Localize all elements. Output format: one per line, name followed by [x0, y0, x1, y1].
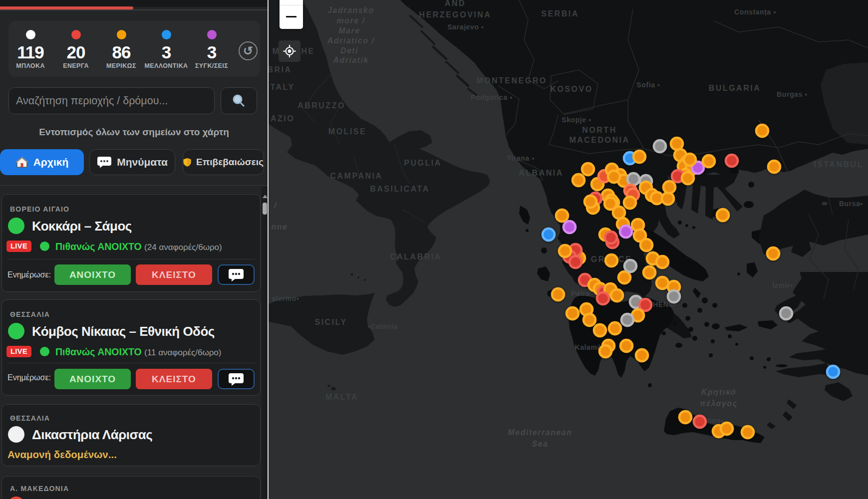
svg-text:nne: nne	[272, 223, 288, 231]
svg-text:Tirana ▪: Tirana ▪	[507, 154, 534, 162]
svg-text:ISTANBUL: ISTANBUL	[814, 160, 864, 169]
svg-text:BULGARIA: BULGARIA	[709, 84, 761, 92]
svg-text:PUGLIA: PUGLIA	[404, 159, 441, 167]
svg-text:ALBANIA: ALBANIA	[519, 169, 564, 177]
svg-text:NORTH: NORTH	[582, 126, 616, 134]
svg-text:MACEDONIA: MACEDONIA	[569, 136, 629, 144]
svg-text:MOLISE: MOLISE	[328, 127, 366, 136]
svg-text:Constanța ▪: Constanța ▪	[734, 8, 776, 16]
svg-text:CALABRIA: CALABRIA	[390, 252, 442, 261]
svg-text:Bursa▪: Bursa▪	[839, 200, 863, 208]
svg-text:Adriatico /: Adriatico /	[327, 36, 375, 45]
svg-text:KOSOVO: KOSOVO	[550, 85, 592, 93]
svg-text:BASILICATA: BASILICATA	[370, 185, 430, 193]
svg-text:AND: AND	[445, 0, 466, 7]
svg-text:Sarajevo ▪: Sarajevo ▪	[447, 23, 484, 31]
svg-text:HERZEGOVINA: HERZEGOVINA	[419, 10, 492, 19]
svg-text:Burgas ▪: Burgas ▪	[777, 90, 808, 98]
svg-text:Deti: Deti	[340, 46, 358, 55]
svg-text:MALTA: MALTA	[325, 393, 358, 401]
svg-text:Mediterranean: Mediterranean	[508, 428, 573, 437]
svg-text:MONTENEGRO: MONTENEGRO	[476, 76, 547, 85]
svg-text:more /: more /	[336, 16, 365, 25]
svg-text:Jadransko: Jadransko	[327, 6, 374, 14]
svg-text:Adriatik: Adriatik	[332, 56, 369, 64]
svg-text:Mare: Mare	[338, 26, 360, 35]
svg-text:/: /	[274, 201, 277, 210]
svg-text:Skopje ▪: Skopje ▪	[562, 116, 591, 124]
svg-text:CAMPANIA: CAMPANIA	[330, 172, 382, 180]
svg-text:BRIA: BRIA	[269, 65, 292, 74]
svg-text:ABRUZZO: ABRUZZO	[297, 101, 345, 110]
svg-text:Pátra: Pátra	[571, 289, 590, 297]
svg-text:SICILY: SICILY	[314, 318, 347, 326]
svg-text:▪Catania: ▪Catania	[368, 322, 398, 330]
svg-text:alermo▪: alermo▪	[272, 294, 299, 302]
svg-text:İzmir▪: İzmir▪	[772, 281, 793, 289]
svg-text:πέλαγος: πέλαγος	[700, 399, 737, 408]
svg-text:TALY: TALY	[270, 83, 294, 91]
svg-text:Sea: Sea	[532, 440, 549, 448]
svg-text:Sofia ▪: Sofia ▪	[636, 81, 660, 89]
svg-text:Podgorica ▪: Podgorica ▪	[471, 93, 513, 101]
svg-text:Κρητικό: Κρητικό	[701, 388, 737, 396]
svg-text:AZIO: AZIO	[271, 114, 294, 123]
svg-text:SERBIA: SERBIA	[541, 9, 579, 18]
